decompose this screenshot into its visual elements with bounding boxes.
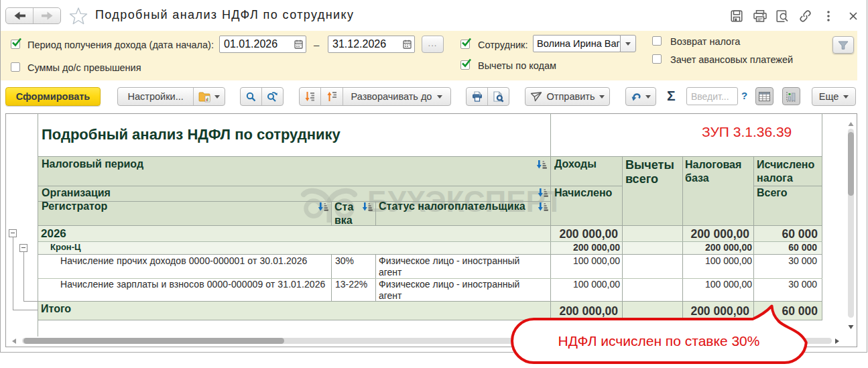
svg-text:НДФЛ исчислен по ставке 30%: НДФЛ исчислен по ставке 30%: [558, 333, 760, 349]
